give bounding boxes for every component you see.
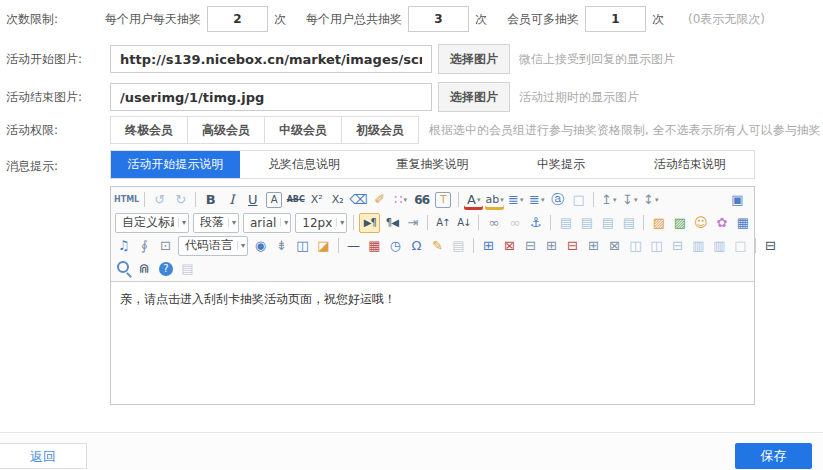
merge-cells-icon[interactable]: ◫: [626, 236, 645, 256]
insert-image-icon[interactable]: ▨: [649, 213, 668, 233]
page-break-icon[interactable]: ⇟: [272, 236, 291, 256]
toolbar-separator: [473, 238, 474, 253]
superscript-icon[interactable]: X²: [307, 190, 326, 210]
direction-ltr-icon[interactable]: ▶¶: [359, 213, 380, 233]
split-rows-icon[interactable]: ▥: [689, 236, 708, 256]
unordered-list-icon[interactable]: ≣▾: [527, 190, 546, 210]
insert-row-icon[interactable]: ⊞: [542, 236, 561, 256]
edit-form-icon[interactable]: ✎: [428, 236, 447, 256]
permission-option-3[interactable]: 中级会员: [264, 116, 342, 144]
border-text-icon[interactable]: A: [266, 192, 282, 208]
table-title-icon[interactable]: ⊟: [521, 236, 540, 256]
word-image-icon[interactable]: ▤: [449, 236, 468, 256]
message-tab-1[interactable]: 活动开始提示说明: [111, 151, 240, 178]
italic-icon[interactable]: I: [222, 190, 241, 210]
highlight-color-icon[interactable]: ab▾: [485, 190, 504, 210]
paragraph-select[interactable]: 段落▾: [193, 213, 239, 233]
merge-right-icon[interactable]: ◫: [647, 236, 666, 256]
back-button[interactable]: 返回: [0, 443, 87, 469]
message-tab-5[interactable]: 活动结束说明: [625, 151, 754, 178]
paragraph-space-top-icon[interactable]: ↥▾: [599, 190, 618, 210]
daily-limit-unit: 次: [274, 11, 286, 28]
insert-columns-icon[interactable]: ◫: [293, 236, 312, 256]
merge-down-icon[interactable]: ⊟: [668, 236, 687, 256]
end-image-pick-button[interactable]: 选择图片: [438, 82, 510, 112]
message-tabs: 活动开始提示说明兑奖信息说明重复抽奖说明中奖提示活动结束说明: [110, 150, 755, 179]
attachment-icon[interactable]: ∮: [135, 236, 154, 256]
page-icon[interactable]: □: [731, 236, 750, 256]
justify-right-icon[interactable]: ▤: [598, 213, 617, 233]
total-limit-input[interactable]: [408, 6, 469, 32]
insert-time-icon[interactable]: ◷: [386, 236, 405, 256]
code-language-select[interactable]: 代码语言▾: [178, 236, 248, 256]
paste-icon[interactable]: ▤: [178, 259, 197, 279]
delete-table-icon[interactable]: ⊠: [500, 236, 519, 256]
permission-option-1[interactable]: 终极会员: [110, 116, 188, 144]
insert-table-icon[interactable]: ⊞: [479, 236, 498, 256]
delete-row-icon[interactable]: ⊟: [563, 236, 582, 256]
anchor-icon[interactable]: ⚓: [526, 213, 545, 233]
insert-frame-icon[interactable]: ⊡: [156, 236, 175, 256]
font-size-down-icon[interactable]: A↓: [454, 213, 473, 233]
heading-select[interactable]: 自定义标题▾: [115, 213, 189, 233]
message-tab-4[interactable]: 中奖提示: [497, 151, 626, 178]
editor-content[interactable]: 亲，请点击进入刮刮卡抽奖活动页面，祝您好运哦！: [111, 282, 754, 404]
paragraph-space-bottom-icon[interactable]: ↧▾: [620, 190, 639, 210]
auto-typeset-icon[interactable]: ∷▾: [391, 190, 410, 210]
undo-icon[interactable]: ↺: [150, 190, 169, 210]
line-spacing-icon[interactable]: ↕▾: [641, 190, 660, 210]
font-family-select[interactable]: arial▾: [243, 213, 291, 233]
message-tab-2[interactable]: 兑奖信息说明: [240, 151, 369, 178]
special-chars-icon[interactable]: Ω: [407, 236, 426, 256]
link-icon[interactable]: ∞: [484, 213, 503, 233]
music-icon[interactable]: ♫: [114, 236, 133, 256]
insert-date-icon[interactable]: ▦: [365, 236, 384, 256]
indent-icon[interactable]: ⇥: [403, 213, 422, 233]
end-image-input[interactable]: [110, 83, 432, 111]
underline-icon[interactable]: U: [243, 190, 262, 210]
message-tab-3[interactable]: 重复抽奖说明: [368, 151, 497, 178]
split-cols-icon[interactable]: ▥: [710, 236, 729, 256]
font-color-icon[interactable]: A▾: [464, 190, 483, 210]
subscript-icon[interactable]: X₂: [328, 190, 347, 210]
new-doc-icon[interactable]: □: [569, 190, 588, 210]
preview-icon[interactable]: [114, 259, 133, 279]
format-brush-icon[interactable]: ✐: [370, 190, 389, 210]
scrawl-icon[interactable]: ✿: [712, 213, 731, 233]
eraser-icon[interactable]: ⌫: [349, 190, 368, 210]
blockquote-icon[interactable]: 66: [412, 190, 431, 210]
horizontal-rule-icon[interactable]: —: [344, 236, 363, 256]
permission-option-4[interactable]: 初级会员: [341, 116, 419, 144]
insert-video-icon[interactable]: ▦: [733, 213, 752, 233]
emoticon-icon[interactable]: ☺: [691, 213, 710, 233]
insert-col-icon[interactable]: ⊞: [584, 236, 603, 256]
html-source-icon[interactable]: HTML: [114, 190, 139, 210]
paste-text-icon[interactable]: T: [435, 192, 451, 208]
member-extra-input[interactable]: [585, 6, 646, 32]
justify-left-icon[interactable]: ▤: [556, 213, 575, 233]
find-replace-icon[interactable]: ⋒: [135, 259, 154, 279]
start-image-pick-button[interactable]: 选择图片: [438, 44, 510, 74]
permission-option-2[interactable]: 高级会员: [187, 116, 265, 144]
ordered-list-icon[interactable]: ≣▾: [506, 190, 525, 210]
strikethrough-icon[interactable]: ABC: [286, 190, 305, 210]
anchor-ref-icon[interactable]: ⓐ: [548, 190, 567, 210]
save-button[interactable]: 保存: [735, 443, 812, 469]
direction-rtl-icon[interactable]: ¶◀: [382, 213, 401, 233]
daily-limit-input[interactable]: [207, 6, 268, 32]
redo-icon[interactable]: ↻: [171, 190, 190, 210]
unlink-icon[interactable]: ∞: [505, 213, 524, 233]
justify-center-icon[interactable]: ▤: [577, 213, 596, 233]
start-image-input[interactable]: [110, 45, 432, 73]
font-size-up-icon[interactable]: A↑: [433, 213, 452, 233]
image-manager-icon[interactable]: ▨: [670, 213, 689, 233]
snapshot-icon[interactable]: ◪: [314, 236, 333, 256]
print-icon[interactable]: ⊟: [761, 236, 780, 256]
bold-icon[interactable]: B: [201, 190, 220, 210]
help-icon[interactable]: ?: [159, 262, 173, 276]
fullscreen-icon[interactable]: ▣: [728, 190, 747, 210]
font-size-select[interactable]: 12px▾: [295, 213, 347, 233]
google-map-icon[interactable]: ◉: [251, 236, 270, 256]
delete-col-icon[interactable]: ⊠: [605, 236, 624, 256]
justify-full-icon[interactable]: ▤: [619, 213, 638, 233]
